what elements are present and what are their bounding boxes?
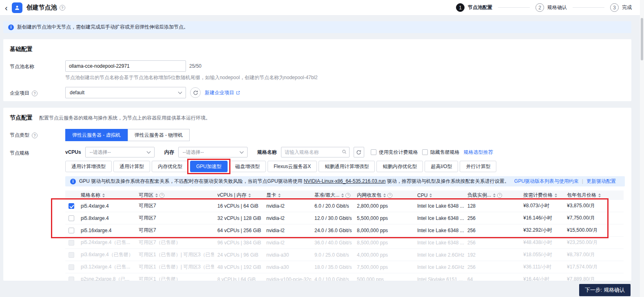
step-label: 完成 [622,4,632,11]
spec-cell: ¥3,875.00/月 [564,202,622,209]
spec-tab-0[interactable]: 通用计算增强型 [65,161,112,172]
spec-cell: 32 vCPUs | 128 GiB [214,215,263,221]
sort-icon[interactable] [493,193,496,197]
node-type-group: 弹性云服务器 - 虚拟机弹性云服务器 - 物理机 [65,129,190,141]
spec-tab-6[interactable]: 鲲鹏通用计算增强型 [319,161,375,172]
sort-icon[interactable] [155,193,158,197]
column-header[interactable]: vCPUs | 内存 [214,192,263,199]
info-icon: i [70,179,76,184]
spec-row[interactable]: pi5.16xlarge.4可用区764 vCPUs | 256 GiBnvid… [65,224,624,237]
back-button[interactable]: ‹ [5,4,8,12]
enterprise-project-select[interactable]: default [65,87,186,98]
column-header[interactable]: 显卡 [263,192,311,199]
page-scrollbar[interactable] [640,0,644,297]
next-step-button[interactable]: 下一步: 规格确认 [579,284,631,296]
sort-icon[interactable] [383,193,386,197]
sort-icon[interactable] [429,193,432,197]
page-title-help-icon[interactable]: ? [60,5,65,11]
spec-tab-4[interactable]: 磁盘增强型 [229,161,266,172]
spec-cell: ¥17,574.00/月 [564,264,622,270]
spec-row[interactable]: pi3.12xlarge.4（已售...可用区1（已售罄）| 可用区3（已售..… [65,261,624,273]
row-checkbox-cell [65,277,77,281]
help-icon[interactable]: ? [387,193,392,198]
node-type-bm-button[interactable]: 弹性云服务器 - 物理机 [128,129,190,141]
spec-tab-1[interactable]: 通用计算型 [113,161,150,172]
update-driver-link[interactable]: 更新驱动配置 [586,178,616,185]
vcpus-filter-select[interactable]: --请选择-- [85,147,155,157]
spec-row[interactable]: pi5.24xlarge.4（已售...可用区7（已售罄）96 vCPUs | … [65,237,624,249]
row-checkbox [69,240,74,246]
spec-cell: 4,000,000 pps [354,252,414,258]
step-1: 1节点池配置 [456,3,492,12]
spec-cell: 8,500,000 pps [354,240,414,246]
spec-cell: Intel Ice Lake 6348 ... [414,240,464,246]
sort-icon[interactable] [555,193,557,197]
column-header[interactable]: 内网收发包? [354,192,414,199]
create-project-link[interactable]: 新建企业项目 [205,89,240,96]
spec-tab-7[interactable]: 鲲鹏内存优化型 [376,161,423,172]
column-header[interactable]: 负载实例...? [464,192,520,199]
node-type-label: 节点类型 [10,132,29,139]
spec-cell: 256 [464,264,520,270]
help-icon[interactable]: ? [345,193,350,198]
spec-tab-9[interactable]: 并行计算型 [460,161,496,172]
checkbox-icon[interactable] [371,149,376,155]
step-indicator: 1节点池配置2规格确认3完成 [456,3,632,12]
spec-cell: ¥16.146/小时 [520,215,564,222]
spec-row[interactable]: pi3.6xlarge.4（已售罄）可用区1（已售罄）| 可用区3（已售...2… [65,249,624,261]
spec-cell: pi5.24xlarge.4（已售... [77,239,135,246]
node-type-vm-button[interactable]: 弹性云服务器 - 虚拟机 [65,129,128,141]
nodepool-name-input[interactable] [65,60,186,72]
spec-tab-2[interactable]: 内存优化型 [152,161,188,172]
column-header[interactable]: 按需计费价格 [520,192,564,199]
row-checkbox-cell [65,203,77,209]
spec-tab-3[interactable]: GPU加速型 [190,161,228,172]
column-header-label: 内网收发包 [357,192,381,199]
spec-row[interactable]: p2sne.2xlarge.8（已...可用区1（已售罄）8 vCPUs | 6… [65,273,624,281]
help-icon[interactable]: ? [497,193,502,198]
sort-icon[interactable] [102,193,105,197]
column-header[interactable]: 规格名称 [77,192,135,199]
spec-name-search-input[interactable] [281,147,350,157]
column-header[interactable]: 可用区? [135,192,214,199]
column-header[interactable]: CPU [414,193,464,198]
spec-cell: nvidia-a30 [263,252,311,258]
spec-cell: 16 vCPUs | 64 GiB [214,203,263,209]
memory-filter-select[interactable]: --请选择-- [178,147,248,157]
page-title: 创建节点池 [27,4,57,11]
step-number: 1 [456,3,465,12]
refresh-projects-button[interactable] [190,87,201,98]
enterprise-project-value: default [70,90,84,95]
spec-row[interactable]: pi5.4xlarge.4可用区716 vCPUs | 64 GiBnvidia… [65,200,624,212]
spec-cell: 可用区7 [135,227,214,234]
spot-billing-checkbox[interactable]: 使用竞价计费规格 [371,149,418,156]
spec-cell: Intel Ice Lake 2.6GHz [414,264,464,270]
row-checkbox[interactable] [69,203,74,209]
row-checkbox[interactable] [69,215,74,221]
sort-icon[interactable] [278,193,281,197]
checkbox-icon[interactable] [422,149,428,155]
separator: | [582,178,583,184]
chevron-down-icon [178,90,182,94]
spec-recommendation-link[interactable]: 规格选型推荐 [464,149,493,156]
enterprise-project-help-icon[interactable]: ? [32,91,38,96]
spec-tab-8[interactable]: 超高I/O型 [425,161,458,172]
scrollbar-thumb[interactable] [641,18,643,60]
gpu-driver-list-link[interactable]: GPU驱动版本列表与使用约束 [514,178,579,185]
sort-icon[interactable] [248,193,251,197]
sort-icon[interactable] [341,193,344,197]
column-header[interactable]: 基准/最大...? [311,192,354,199]
column-header[interactable]: 包年包月价格 [564,192,622,199]
spec-row[interactable]: pi5.8xlarge.4可用区732 vCPUs | 128 GiBnvidi… [65,212,624,224]
refresh-specs-button[interactable] [354,147,364,157]
gpu-driver-file: NVIDIA-Linux-x86_64-535.216.03.run [304,178,386,184]
search-icon[interactable] [342,149,347,154]
spec-tab-5[interactable]: Flexus云服务器X [268,161,317,172]
hide-soldout-checkbox[interactable]: 隐藏售罄规格 [422,149,460,156]
help-icon[interactable]: ? [159,193,164,198]
sort-icon[interactable] [598,193,601,197]
row-checkbox[interactable] [69,228,74,233]
spec-cell: nvidia-l2 [263,240,311,246]
node-type-help-icon[interactable]: ? [32,133,38,138]
step-2: 2规格确认 [536,3,567,12]
